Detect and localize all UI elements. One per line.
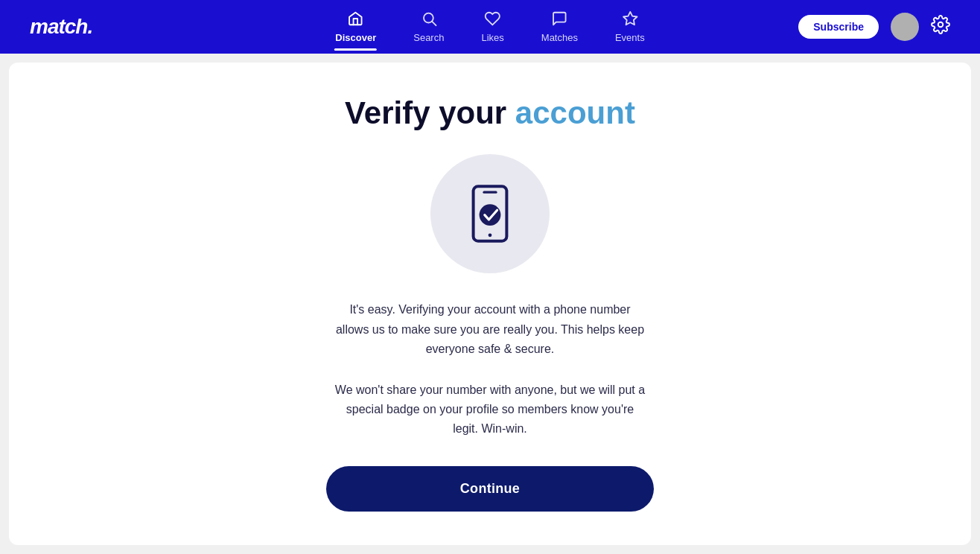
settings-icon[interactable]	[931, 15, 950, 39]
nav-item-discover[interactable]: Discover	[320, 4, 391, 49]
nav-label-matches: Matches	[541, 32, 578, 43]
discover-icon	[348, 10, 364, 29]
verify-content: Verify your account It's easy. Verifying…	[326, 96, 654, 512]
avatar[interactable]	[891, 13, 919, 41]
logo-text: match.	[30, 15, 92, 39]
continue-button[interactable]: Continue	[326, 466, 654, 512]
svg-line-1	[432, 22, 436, 25]
nav-item-events[interactable]: Events	[600, 4, 660, 49]
description-2: We won't share your number with anyone, …	[334, 381, 646, 439]
nav-label-discover: Discover	[335, 32, 376, 43]
nav-label-search: Search	[413, 32, 444, 43]
svg-point-3	[938, 22, 944, 28]
events-icon	[622, 10, 638, 29]
main-content: Verify your account It's easy. Verifying…	[9, 63, 971, 545]
nav-item-matches[interactable]: Matches	[526, 4, 593, 49]
phone-verify-icon	[460, 184, 520, 243]
phone-icon-wrapper	[430, 154, 550, 273]
nav-label-events: Events	[615, 32, 645, 43]
svg-rect-5	[483, 191, 497, 194]
main-nav: Discover Search Likes	[320, 4, 659, 49]
heart-icon	[485, 10, 501, 29]
nav-label-likes: Likes	[481, 32, 503, 43]
nav-item-search[interactable]: Search	[398, 4, 459, 49]
header-right: Subscribe	[798, 13, 950, 41]
page-title: Verify your account	[345, 96, 635, 130]
description-1: It's easy. Verifying your account with a…	[334, 300, 646, 359]
logo[interactable]: match.	[30, 15, 92, 39]
search-icon	[421, 10, 437, 29]
svg-point-7	[489, 234, 492, 238]
matches-icon	[551, 10, 567, 29]
header: match. Discover Search	[0, 0, 980, 54]
subscribe-button[interactable]: Subscribe	[798, 15, 879, 39]
nav-item-likes[interactable]: Likes	[466, 4, 518, 49]
svg-point-6	[480, 205, 501, 226]
svg-marker-2	[623, 12, 637, 25]
